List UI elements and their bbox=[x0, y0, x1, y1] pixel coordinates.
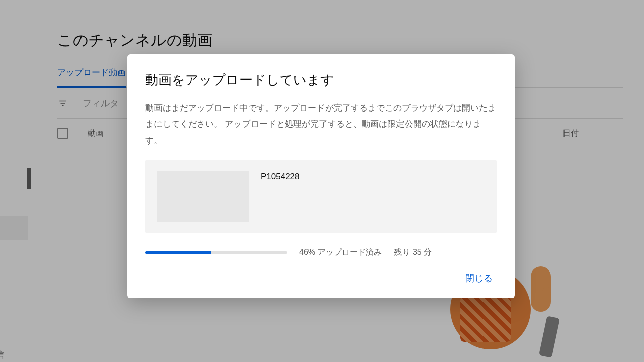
progress-bar bbox=[145, 251, 287, 254]
progress-remaining-text: 残り 35 分 bbox=[394, 247, 432, 258]
dialog-title: 動画をアップロードしています bbox=[145, 71, 497, 89]
upload-item-card: P1054228 bbox=[145, 160, 497, 233]
progress-row: 46% アップロード済み 残り 35 分 bbox=[145, 247, 497, 258]
progress-bar-fill bbox=[145, 251, 211, 254]
dialog-description: 動画はまだアップロード中です。アップロードが完了するまでこのブラウザタブは開いた… bbox=[145, 100, 497, 149]
dialog-actions: 閉じる bbox=[145, 269, 497, 287]
video-name: P1054228 bbox=[261, 171, 300, 182]
progress-status-text: 46% アップロード済み bbox=[299, 247, 382, 258]
close-button[interactable]: 閉じる bbox=[461, 269, 497, 287]
upload-dialog: 動画をアップロードしています 動画はまだアップロード中です。アップロードが完了す… bbox=[127, 54, 515, 298]
video-thumbnail-placeholder bbox=[157, 171, 249, 222]
